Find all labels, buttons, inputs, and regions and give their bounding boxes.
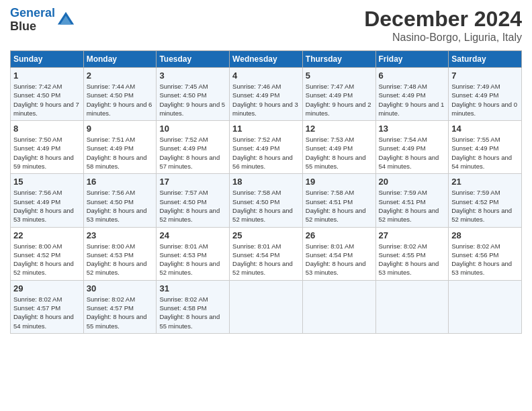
day-cell-2: 2 Sunrise: 7:44 AM Sunset: 4:50 PM Dayli… [83, 68, 157, 121]
day-cell-1: 1 Sunrise: 7:42 AM Sunset: 4:50 PM Dayli… [11, 68, 84, 121]
day-number: 15 [13, 177, 81, 187]
day-number: 8 [13, 124, 81, 134]
day-info: Sunrise: 7:42 AM Sunset: 4:50 PM Dayligh… [13, 82, 81, 118]
day-cell-28: 28 Sunrise: 8:02 AM Sunset: 4:56 PM Dayl… [449, 227, 522, 280]
day-number: 30 [87, 283, 154, 293]
day-info: Sunrise: 7:59 AM Sunset: 4:52 PM Dayligh… [451, 188, 519, 224]
day-cell-21: 21 Sunrise: 7:59 AM Sunset: 4:52 PM Dayl… [449, 174, 522, 227]
day-cell-26: 26 Sunrise: 8:01 AM Sunset: 4:54 PM Dayl… [302, 227, 375, 280]
day-number: 2 [87, 71, 154, 81]
location: Nasino-Borgo, Liguria, Italy [364, 32, 522, 44]
day-number: 16 [87, 177, 154, 187]
day-number: 7 [451, 71, 519, 81]
day-number: 6 [379, 71, 446, 81]
day-cell-10: 10 Sunrise: 7:52 AM Sunset: 4:49 PM Dayl… [157, 121, 230, 174]
day-number: 3 [159, 71, 226, 81]
day-number: 26 [306, 230, 373, 240]
day-cell-30: 30 Sunrise: 8:02 AM Sunset: 4:57 PM Dayl… [83, 280, 157, 333]
day-cell-12: 12 Sunrise: 7:53 AM Sunset: 4:49 PM Dayl… [302, 121, 375, 174]
calendar-week-1: 1 Sunrise: 7:42 AM Sunset: 4:50 PM Dayli… [11, 68, 522, 121]
day-number: 18 [232, 177, 300, 187]
day-number: 27 [379, 230, 446, 240]
day-cell-7: 7 Sunrise: 7:49 AM Sunset: 4:49 PM Dayli… [449, 68, 522, 121]
day-number: 22 [13, 230, 81, 240]
empty-cell [375, 280, 449, 333]
day-info: Sunrise: 7:56 AM Sunset: 4:50 PM Dayligh… [87, 188, 154, 224]
day-info: Sunrise: 8:00 AM Sunset: 4:53 PM Dayligh… [87, 242, 154, 277]
day-info: Sunrise: 7:56 AM Sunset: 4:49 PM Dayligh… [13, 188, 81, 224]
calendar-body: 1 Sunrise: 7:42 AM Sunset: 4:50 PM Dayli… [11, 68, 522, 334]
day-cell-6: 6 Sunrise: 7:48 AM Sunset: 4:49 PM Dayli… [375, 68, 449, 121]
day-number: 1 [13, 71, 81, 81]
day-number: 12 [306, 124, 373, 134]
day-number: 4 [232, 71, 300, 81]
day-number: 31 [159, 283, 226, 293]
col-header-friday: Friday [375, 51, 449, 68]
day-cell-17: 17 Sunrise: 7:57 AM Sunset: 4:50 PM Dayl… [157, 174, 230, 227]
calendar-table: SundayMondayTuesdayWednesdayThursdayFrid… [10, 50, 522, 334]
day-number: 13 [379, 124, 446, 134]
day-number: 25 [232, 230, 300, 240]
day-number: 9 [87, 124, 154, 134]
day-info: Sunrise: 7:57 AM Sunset: 4:50 PM Dayligh… [159, 188, 226, 224]
day-info: Sunrise: 7:58 AM Sunset: 4:51 PM Dayligh… [306, 188, 373, 224]
logo-text: General Blue [10, 7, 55, 34]
col-header-tuesday: Tuesday [157, 51, 230, 68]
day-info: Sunrise: 8:01 AM Sunset: 4:54 PM Dayligh… [232, 242, 300, 277]
day-info: Sunrise: 8:02 AM Sunset: 4:58 PM Dayligh… [159, 295, 226, 330]
col-header-sunday: Sunday [11, 51, 84, 68]
day-info: Sunrise: 8:02 AM Sunset: 4:57 PM Dayligh… [13, 295, 81, 330]
day-cell-4: 4 Sunrise: 7:46 AM Sunset: 4:49 PM Dayli… [230, 68, 303, 121]
day-cell-15: 15 Sunrise: 7:56 AM Sunset: 4:49 PM Dayl… [11, 174, 84, 227]
day-number: 19 [306, 177, 373, 187]
logo: General Blue [10, 7, 75, 34]
day-cell-25: 25 Sunrise: 8:01 AM Sunset: 4:54 PM Dayl… [230, 227, 303, 280]
day-info: Sunrise: 7:58 AM Sunset: 4:50 PM Dayligh… [232, 188, 300, 224]
title-block: December 2024 Nasino-Borgo, Liguria, Ita… [364, 7, 522, 44]
day-cell-29: 29 Sunrise: 8:02 AM Sunset: 4:57 PM Dayl… [11, 280, 84, 333]
day-cell-9: 9 Sunrise: 7:51 AM Sunset: 4:49 PM Dayli… [83, 121, 157, 174]
day-number: 5 [306, 71, 373, 81]
empty-cell [302, 280, 375, 333]
day-cell-14: 14 Sunrise: 7:55 AM Sunset: 4:49 PM Dayl… [449, 121, 522, 174]
day-info: Sunrise: 7:54 AM Sunset: 4:49 PM Dayligh… [379, 135, 446, 171]
day-cell-27: 27 Sunrise: 8:02 AM Sunset: 4:55 PM Dayl… [375, 227, 449, 280]
day-info: Sunrise: 7:52 AM Sunset: 4:49 PM Dayligh… [232, 135, 300, 171]
day-number: 21 [451, 177, 519, 187]
day-info: Sunrise: 7:55 AM Sunset: 4:49 PM Dayligh… [451, 135, 519, 171]
col-header-wednesday: Wednesday [230, 51, 303, 68]
day-cell-13: 13 Sunrise: 7:54 AM Sunset: 4:49 PM Dayl… [375, 121, 449, 174]
day-info: Sunrise: 7:59 AM Sunset: 4:51 PM Dayligh… [379, 188, 446, 224]
day-info: Sunrise: 7:47 AM Sunset: 4:49 PM Dayligh… [306, 82, 373, 118]
day-number: 11 [232, 124, 300, 134]
logo-icon [56, 11, 75, 30]
day-number: 10 [159, 124, 226, 134]
empty-cell [230, 280, 303, 333]
day-info: Sunrise: 8:00 AM Sunset: 4:52 PM Dayligh… [13, 242, 81, 277]
day-cell-8: 8 Sunrise: 7:50 AM Sunset: 4:49 PM Dayli… [11, 121, 84, 174]
calendar-header-row: SundayMondayTuesdayWednesdayThursdayFrid… [11, 51, 522, 68]
col-header-monday: Monday [83, 51, 157, 68]
day-info: Sunrise: 7:48 AM Sunset: 4:49 PM Dayligh… [379, 82, 446, 118]
day-info: Sunrise: 7:49 AM Sunset: 4:49 PM Dayligh… [451, 82, 519, 118]
col-header-saturday: Saturday [449, 51, 522, 68]
day-number: 29 [13, 283, 81, 293]
day-info: Sunrise: 8:02 AM Sunset: 4:57 PM Dayligh… [87, 295, 154, 330]
day-cell-16: 16 Sunrise: 7:56 AM Sunset: 4:50 PM Dayl… [83, 174, 157, 227]
day-cell-20: 20 Sunrise: 7:59 AM Sunset: 4:51 PM Dayl… [375, 174, 449, 227]
day-info: Sunrise: 7:50 AM Sunset: 4:49 PM Dayligh… [13, 135, 81, 171]
day-cell-24: 24 Sunrise: 8:01 AM Sunset: 4:53 PM Dayl… [157, 227, 230, 280]
day-number: 28 [451, 230, 519, 240]
calendar-week-4: 22 Sunrise: 8:00 AM Sunset: 4:52 PM Dayl… [11, 227, 522, 280]
calendar-week-3: 15 Sunrise: 7:56 AM Sunset: 4:49 PM Dayl… [11, 174, 522, 227]
day-number: 17 [159, 177, 226, 187]
day-info: Sunrise: 7:44 AM Sunset: 4:50 PM Dayligh… [87, 82, 154, 118]
calendar-week-2: 8 Sunrise: 7:50 AM Sunset: 4:49 PM Dayli… [11, 121, 522, 174]
day-number: 24 [159, 230, 226, 240]
empty-cell [449, 280, 522, 333]
day-cell-19: 19 Sunrise: 7:58 AM Sunset: 4:51 PM Dayl… [302, 174, 375, 227]
day-cell-5: 5 Sunrise: 7:47 AM Sunset: 4:49 PM Dayli… [302, 68, 375, 121]
page-header: General Blue December 2024 Nasino-Borgo,… [10, 7, 522, 44]
day-cell-31: 31 Sunrise: 8:02 AM Sunset: 4:58 PM Dayl… [157, 280, 230, 333]
day-info: Sunrise: 8:01 AM Sunset: 4:53 PM Dayligh… [159, 242, 226, 277]
